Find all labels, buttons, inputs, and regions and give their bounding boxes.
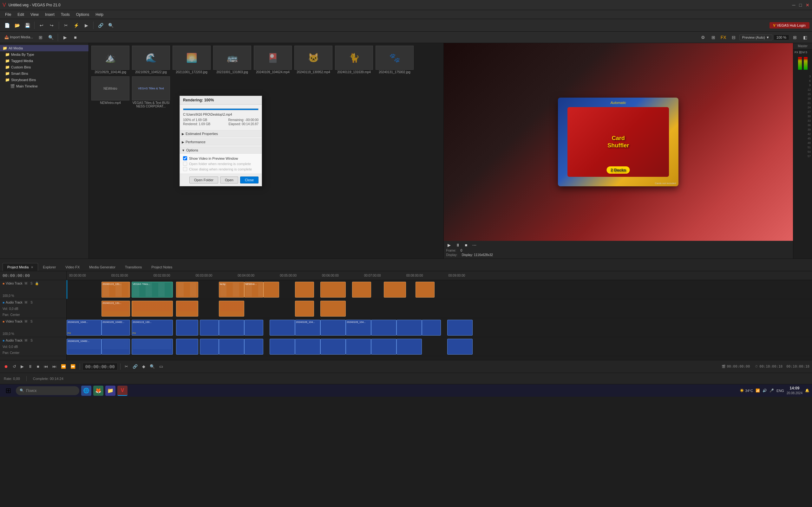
tc-stop-btn[interactable]: ■ — [35, 363, 41, 370]
mic-icon[interactable]: 🎤 — [769, 389, 774, 393]
clip-vid2-8[interactable] — [270, 320, 295, 336]
split-btn[interactable]: ⚡ — [72, 21, 81, 30]
track-m-btn[interactable]: M — [24, 281, 28, 285]
new-btn[interactable]: 📄 — [3, 21, 11, 30]
tree-tagged-media[interactable]: 📁 Tagged Media — [0, 58, 89, 64]
clip-aud1-2[interactable] — [132, 301, 173, 317]
clip-vid2-6[interactable] — [219, 320, 244, 336]
clip-aud2-10[interactable] — [320, 339, 346, 354]
media-item-2[interactable]: 🌊 20210929_104522.jpg — [132, 46, 170, 74]
filter-btn[interactable]: 🔍 — [46, 33, 55, 42]
snap-btn[interactable]: 🔗 — [96, 21, 105, 30]
clip-vid1-1[interactable]: 20240119_131... — [101, 282, 130, 297]
preview-settings-btn[interactable]: ⚙ — [699, 33, 708, 42]
tc-loop-btn[interactable]: ↺ — [11, 363, 18, 370]
audio-m-btn[interactable]: M — [24, 300, 28, 304]
clip-vid1-2[interactable]: VEGAS Titles... — [132, 282, 173, 297]
clip-vid2-11[interactable]: 20240109_104... — [346, 320, 371, 336]
tc-trim-btn[interactable]: ✂ — [123, 363, 130, 370]
search-bar[interactable]: 🔍 Поиск — [16, 386, 79, 395]
tree-main-timeline[interactable]: 🎬 Main Timeline — [0, 83, 89, 89]
maximize-btn[interactable]: □ — [799, 3, 802, 8]
menu-edit[interactable]: Edit — [15, 12, 27, 17]
section-estimated-properties[interactable]: ▶ Estimated Properties — [180, 130, 262, 137]
clip-vid1-9[interactable] — [352, 282, 371, 297]
menu-tools[interactable]: Tools — [58, 12, 72, 17]
clip-vid2-9[interactable]: 20240109_104... — [295, 320, 320, 336]
menu-file[interactable]: File — [3, 12, 14, 17]
clip-vid1-11[interactable] — [415, 282, 435, 297]
clip-aud2-13[interactable] — [397, 339, 422, 354]
tc-next-btn[interactable]: ⏭ — [51, 363, 58, 370]
media-item-6[interactable]: 🐱 20240119_130952.mp4 — [294, 46, 333, 74]
open-btn[interactable]: 📂 — [13, 21, 21, 30]
track-s-btn[interactable]: S — [30, 281, 34, 285]
zoom-level[interactable]: 100 % — [774, 35, 789, 40]
clip-vid2-3[interactable]: 20240119_130... FX — [132, 320, 173, 336]
tc-play-btn[interactable]: ▶ — [19, 363, 26, 370]
clip-aud2-7[interactable] — [244, 339, 263, 354]
clip-aud2-3[interactable] — [132, 339, 173, 354]
clip-vid2-1[interactable]: 20240109_1046... FX — [67, 320, 101, 336]
tc-rewind-btn[interactable]: ⏪ — [59, 363, 67, 370]
media-item-3[interactable]: 🌅 20211001_172203.jpg — [172, 46, 211, 74]
fx-btn[interactable]: FX — [719, 33, 728, 42]
tree-smart-bins[interactable]: 📁 Smart Bins — [0, 70, 89, 77]
preview-pause-btn[interactable]: ⏸ — [455, 242, 461, 248]
clip-vid2-15[interactable] — [447, 320, 473, 336]
close-btn[interactable]: ✕ — [806, 3, 809, 8]
preview-mode-select[interactable]: Preview (Auto) ▼ — [740, 35, 772, 40]
open-folder-btn[interactable]: Open Folder — [189, 176, 218, 183]
preview-play-btn[interactable]: ▶ — [446, 242, 452, 248]
tc-prev-btn[interactable]: ⏮ — [42, 363, 49, 370]
sound-icon[interactable]: 🔊 — [763, 389, 767, 393]
trim-btn[interactable]: ▶ — [82, 21, 91, 30]
clip-vid1-3[interactable] — [176, 282, 198, 297]
clip-vid1-8[interactable] — [320, 282, 346, 297]
stop-preview-btn[interactable]: ■ — [71, 33, 80, 42]
overlay-btn[interactable]: ⊟ — [729, 33, 738, 42]
media-item-7[interactable]: 🐈 20240119_131639.mp4 — [335, 46, 373, 74]
clip-aud1-4[interactable] — [219, 301, 244, 317]
clip-aud1-1[interactable]: 20240119_131... — [101, 301, 130, 317]
clip-aud2-12[interactable] — [371, 339, 397, 354]
clip-vid1-4[interactable]: lw.by — [219, 282, 244, 297]
clip-aud2-2[interactable] — [101, 339, 130, 354]
redo-btn[interactable]: ↪ — [47, 21, 56, 30]
clip-aud2-8[interactable] — [270, 339, 295, 354]
video-track-2-row[interactable]: 20240109_1046... FX 20240109_10462... 20… — [67, 318, 812, 337]
clip-vid2-10[interactable] — [320, 320, 346, 336]
tc-select-btn[interactable]: ▭ — [158, 363, 165, 370]
zoom-btn[interactable]: 🔍 — [106, 21, 115, 30]
clip-vid2-13[interactable] — [397, 320, 422, 336]
tree-all-media[interactable]: 📁 All Media — [0, 45, 89, 51]
clip-vid1-7[interactable] — [295, 282, 314, 297]
tc-marker-btn[interactable]: ◆ — [141, 363, 147, 370]
open-btn[interactable]: Open — [220, 176, 238, 183]
menu-view[interactable]: View — [28, 12, 41, 17]
show-video-checkbox[interactable] — [183, 156, 187, 160]
media-item-8[interactable]: 🐾 20240131_175002.jpg — [375, 46, 414, 74]
section-options[interactable]: ▼ Options — [180, 147, 262, 154]
audio-s-btn[interactable]: S — [30, 300, 34, 304]
clip-aud2-4[interactable] — [176, 339, 198, 354]
start-button[interactable]: ⊞ — [3, 385, 14, 396]
menu-help[interactable]: Help — [93, 12, 106, 17]
taskbar-app-2[interactable]: 🦊 — [93, 386, 103, 396]
media-item-9[interactable]: NEWIntro NEWIntro.mp4 — [91, 76, 130, 108]
clip-vid2-7[interactable] — [244, 320, 263, 336]
audio2-m-btn[interactable]: M — [24, 338, 28, 343]
tc-pause-btn[interactable]: ⏸ — [27, 363, 34, 370]
media-item-10[interactable]: VEGAS Titles & Text VEGAS Titles & Text … — [132, 76, 170, 108]
clip-vid2-12[interactable] — [371, 320, 397, 336]
clip-vid1-10[interactable] — [384, 282, 406, 297]
cut-btn[interactable]: ✂ — [61, 21, 70, 30]
tc-record-btn[interactable]: ⏺ — [3, 363, 10, 370]
clip-aud2-1[interactable]: 20240109_10462... — [67, 339, 101, 354]
clip-aud2-9[interactable] — [295, 339, 320, 354]
view-type-btn[interactable]: ⊞ — [36, 33, 45, 42]
clip-aud1-3[interactable] — [176, 301, 198, 317]
close-dialog-checkbox[interactable] — [183, 167, 187, 171]
clip-vid2-5[interactable] — [200, 320, 219, 336]
audio2-s-btn[interactable]: S — [30, 338, 34, 343]
